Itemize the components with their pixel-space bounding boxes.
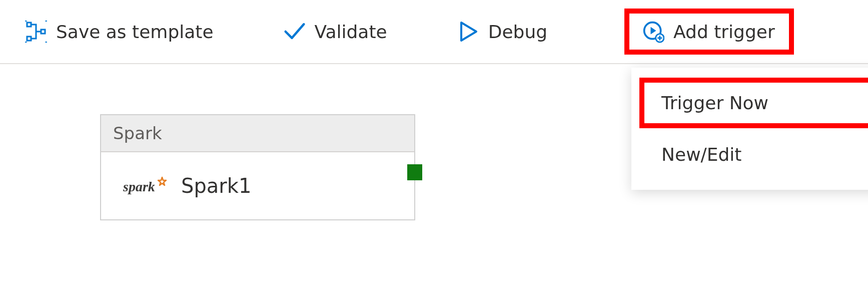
debug-button[interactable]: Debug xyxy=(442,12,562,52)
validate-button[interactable]: Validate xyxy=(269,12,402,52)
spark-activity-node[interactable]: Spark spark Spark1 xyxy=(100,114,415,220)
play-outline-icon xyxy=(457,21,479,43)
new-edit-label: New/Edit xyxy=(661,144,741,165)
svg-rect-2 xyxy=(41,30,45,34)
add-trigger-wrap: Add trigger Trigger Now New/Edit xyxy=(627,12,790,52)
save-as-template-label: Save as template xyxy=(56,22,214,42)
validate-label: Validate xyxy=(315,22,387,42)
activity-name-label: Spark1 xyxy=(181,174,251,197)
spark-logo-icon: spark xyxy=(123,174,168,197)
save-as-template-button[interactable]: Save as template xyxy=(10,12,229,52)
svg-rect-1 xyxy=(27,37,31,41)
new-edit-menu-item[interactable]: New/Edit xyxy=(641,131,868,178)
activity-type-header: Spark xyxy=(101,115,414,152)
activity-type-label: Spark xyxy=(113,123,162,143)
trigger-dropdown-menu: Trigger Now New/Edit xyxy=(631,68,868,190)
add-trigger-label: Add trigger xyxy=(673,22,775,42)
save-template-icon xyxy=(25,21,47,43)
add-trigger-button[interactable]: Add trigger xyxy=(627,12,790,52)
trigger-now-label: Trigger Now xyxy=(661,93,768,113)
svg-rect-0 xyxy=(27,23,31,27)
debug-label: Debug xyxy=(488,22,547,42)
toolbar: Save as template Validate Debug xyxy=(0,0,868,64)
output-connector[interactable] xyxy=(407,164,422,180)
trigger-now-menu-item[interactable]: Trigger Now xyxy=(641,80,868,126)
activity-body: spark Spark1 xyxy=(101,152,414,219)
checkmark-icon xyxy=(284,21,306,43)
svg-text:spark: spark xyxy=(123,179,155,194)
clock-plus-icon xyxy=(642,21,664,43)
